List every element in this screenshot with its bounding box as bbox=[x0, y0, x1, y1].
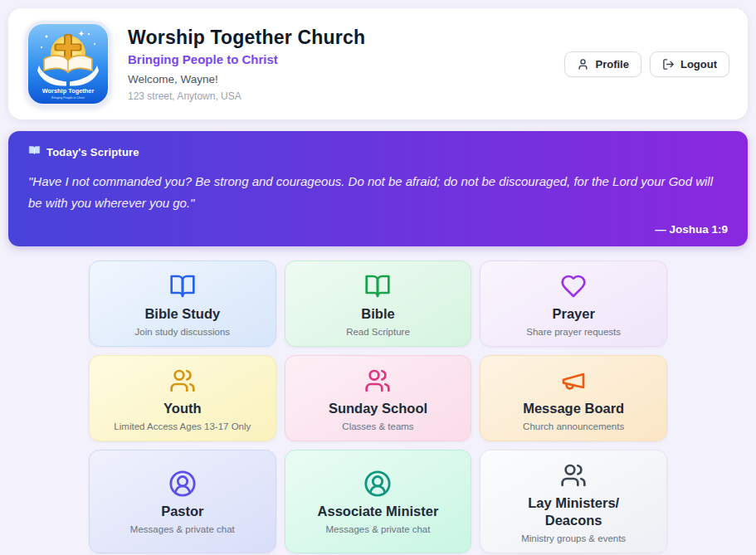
feature-grid: Bible Study Join study discussions Bible… bbox=[89, 260, 667, 553]
profile-button[interactable]: Profile bbox=[564, 51, 641, 77]
scripture-label: Today's Scripture bbox=[46, 146, 139, 158]
megaphone-icon bbox=[560, 367, 587, 395]
logout-icon bbox=[662, 58, 675, 71]
user-circle-icon bbox=[363, 470, 392, 498]
card-lay-ministers-deacons[interactable]: Lay Ministers/ Deacons Ministry groups &… bbox=[480, 450, 667, 553]
card-pastor[interactable]: Pastor Messages & private chat bbox=[89, 450, 276, 553]
book-icon bbox=[28, 144, 41, 160]
logo-caption: Worship Together bbox=[42, 87, 95, 95]
card-subtitle: Classes & teams bbox=[342, 421, 413, 431]
card-subtitle: Church announcements bbox=[523, 421, 624, 431]
logout-button-label: Logout bbox=[680, 58, 717, 71]
card-sunday-school[interactable]: Sunday School Classes & teams bbox=[285, 355, 472, 441]
card-title: Sunday School bbox=[329, 400, 427, 417]
logo-subcaption: Bringing People to Christ bbox=[51, 96, 85, 100]
user-circle-icon bbox=[168, 470, 197, 498]
scripture-banner: Today's Scripture "Have I not commanded … bbox=[8, 131, 748, 246]
card-bible-study[interactable]: Bible Study Join study discussions bbox=[89, 260, 276, 347]
logout-button[interactable]: Logout bbox=[650, 51, 729, 77]
card-title: Youth bbox=[163, 400, 202, 417]
card-title: Message Board bbox=[523, 400, 624, 417]
church-logo: Worship Together Bringing People to Chri… bbox=[25, 21, 111, 107]
scripture-quote: "Have I not commanded you? Be strong and… bbox=[28, 171, 728, 215]
card-title: Prayer bbox=[552, 305, 594, 323]
card-bible[interactable]: Bible Read Scripture bbox=[285, 260, 472, 347]
scripture-header: Today's Scripture bbox=[28, 144, 728, 160]
church-logo-image: Worship Together Bringing People to Chri… bbox=[28, 24, 108, 104]
users-icon bbox=[364, 367, 391, 395]
church-tagline: Bringing People to Christ bbox=[128, 52, 548, 66]
card-subtitle: Messages & private chat bbox=[326, 524, 431, 534]
book-open-icon bbox=[364, 272, 391, 300]
church-address: 123 street, Anytown, USA bbox=[128, 90, 548, 102]
card-title: Pastor bbox=[161, 503, 203, 520]
header-actions: Profile Logout bbox=[564, 51, 729, 77]
header-card: Worship Together Bringing People to Chri… bbox=[8, 8, 748, 119]
scripture-reference: — Joshua 1:9 bbox=[28, 223, 728, 236]
card-youth[interactable]: Youth Limited Access Ages 13-17 Only bbox=[89, 355, 276, 441]
users-icon bbox=[169, 367, 196, 395]
user-icon bbox=[577, 58, 589, 71]
profile-button-label: Profile bbox=[595, 58, 628, 71]
card-subtitle: Ministry groups & events bbox=[521, 533, 626, 543]
card-associate-minister[interactable]: Associate Minister Messages & private ch… bbox=[285, 450, 472, 553]
page-title: Worship Together Church bbox=[128, 27, 548, 49]
welcome-message: Welcome, Wayne! bbox=[128, 73, 548, 85]
card-subtitle: Limited Access Ages 13-17 Only bbox=[114, 421, 251, 431]
book-open-icon bbox=[169, 272, 196, 300]
card-prayer[interactable]: Prayer Share prayer requests bbox=[480, 260, 667, 347]
card-title: Lay Ministers/ Deacons bbox=[528, 494, 619, 529]
card-message-board[interactable]: Message Board Church announcements bbox=[480, 355, 667, 441]
heart-icon bbox=[560, 272, 587, 300]
card-subtitle: Join study discussions bbox=[135, 327, 230, 337]
card-title: Bible bbox=[361, 305, 394, 323]
card-subtitle: Messages & private chat bbox=[130, 524, 235, 534]
card-subtitle: Share prayer requests bbox=[526, 327, 621, 337]
card-title: Associate Minister bbox=[318, 503, 439, 520]
card-title: Bible Study bbox=[144, 305, 220, 323]
church-app: Worship Together Bringing People to Chri… bbox=[0, 8, 756, 555]
users-icon bbox=[560, 461, 587, 489]
header-text-block: Worship Together Church Bringing People … bbox=[128, 27, 548, 102]
card-subtitle: Read Scripture bbox=[346, 327, 410, 337]
